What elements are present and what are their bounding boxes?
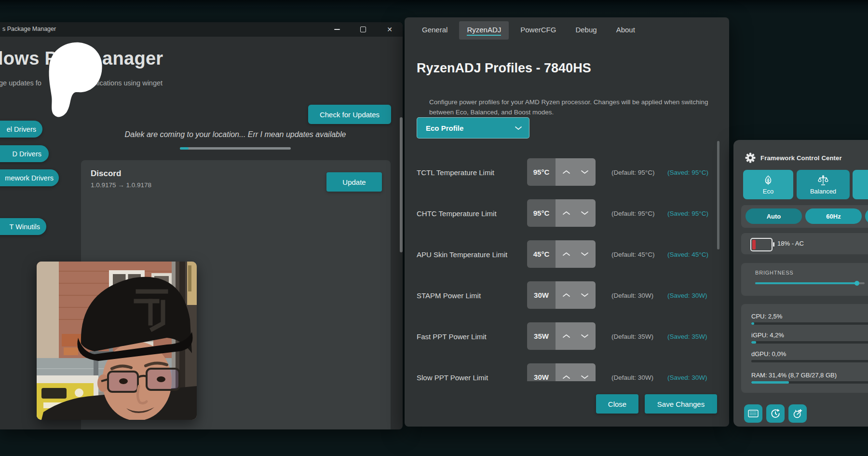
param-default: (Default: 95°C) bbox=[611, 168, 654, 176]
mode-button-eco[interactable]: Eco bbox=[743, 170, 793, 199]
tab-general[interactable]: General bbox=[414, 21, 455, 40]
pill-label: mework Drivers bbox=[5, 174, 54, 182]
keyboard-icon bbox=[748, 410, 759, 417]
spinner-up-button[interactable] bbox=[561, 206, 572, 221]
tab-about[interactable]: About bbox=[609, 21, 643, 40]
profile-dropdown[interactable]: Eco Profile bbox=[417, 117, 529, 138]
close-button[interactable]: ✕ bbox=[379, 22, 401, 37]
tab-label: PowerCFG bbox=[520, 26, 556, 36]
mode-button-balanced[interactable]: Balanced bbox=[797, 170, 850, 199]
spinner-up-button[interactable] bbox=[561, 329, 572, 344]
mode-label: Balanced bbox=[810, 188, 836, 195]
param-label: Fast PPT Power Limit bbox=[417, 332, 487, 340]
performance-tool-button[interactable] bbox=[788, 404, 807, 423]
tab-label: RyzenADJ bbox=[467, 26, 501, 36]
refresh-rate-auto-button[interactable]: Auto bbox=[746, 208, 802, 224]
param-label: TCTL Temperature Limit bbox=[417, 168, 494, 176]
dgpu-stat-bar bbox=[751, 360, 868, 362]
refresh-history-tool-button[interactable] bbox=[766, 404, 785, 423]
param-label: Slow PPT Power Limit bbox=[417, 373, 488, 381]
igpu-stat-fill bbox=[751, 341, 756, 344]
spinner-down-button[interactable] bbox=[580, 329, 590, 344]
ryzenadj-scrollbar[interactable] bbox=[717, 141, 719, 249]
igpu-stat-label: iGPU: 4,2% bbox=[751, 332, 784, 339]
sidebar-button-winutils[interactable]: T Winutils bbox=[0, 218, 46, 235]
refresh-rate-group: Auto 60Hz bbox=[741, 205, 868, 228]
param-default: (Default: 30W) bbox=[611, 291, 653, 299]
package-name: Discord bbox=[91, 169, 121, 179]
tab-powercfg[interactable]: PowerCFG bbox=[513, 21, 564, 40]
spinner-value[interactable]: 30W bbox=[527, 281, 556, 309]
brightness-slider[interactable] bbox=[755, 282, 865, 284]
spinner-up-button[interactable] bbox=[561, 288, 572, 303]
leaf-icon bbox=[762, 175, 774, 186]
webcam-photo bbox=[37, 262, 197, 420]
spinner-down-button[interactable] bbox=[580, 288, 590, 303]
battery-text: 18% - AC bbox=[777, 240, 804, 247]
param-row-slow-ppt: Slow PPT Power Limit 30W (Default: 30W) … bbox=[405, 363, 718, 381]
mode-button-partial[interactable] bbox=[853, 170, 868, 199]
package-manager-scrollbar[interactable] bbox=[400, 117, 403, 252]
param-row-tctl: TCTL Temperature Limit 95°C (Default: 95… bbox=[405, 158, 718, 186]
spinner-down-button[interactable] bbox=[580, 206, 590, 221]
battery-nub bbox=[773, 242, 774, 247]
spinner-up-button[interactable] bbox=[561, 370, 572, 382]
tab-debug[interactable]: Debug bbox=[568, 21, 604, 40]
update-status-text: Dalek are coming to your location... Err… bbox=[115, 130, 356, 139]
cpu-stat-fill bbox=[751, 322, 754, 325]
param-default: (Default: 30W) bbox=[611, 373, 653, 381]
check-for-updates-button[interactable]: Check for Updates bbox=[308, 105, 391, 124]
param-saved: (Saved: 30W) bbox=[667, 291, 707, 299]
maximize-icon bbox=[360, 27, 366, 32]
param-saved: (Saved: 95°C) bbox=[667, 168, 708, 176]
save-changes-button[interactable]: Save Changes bbox=[645, 394, 717, 414]
desktop: s Package Manager ✕ lows P anager ge upd… bbox=[0, 0, 868, 456]
spinner-up-button[interactable] bbox=[561, 165, 572, 180]
close-icon: ✕ bbox=[387, 26, 393, 33]
page-description: Configure power profiles for your AMD Ry… bbox=[429, 97, 709, 118]
pill-label: D Drivers bbox=[13, 150, 41, 158]
minimize-button[interactable] bbox=[326, 22, 348, 37]
spinner-value[interactable]: 30W bbox=[527, 363, 556, 381]
param-row-chtc: CHTC Temperature Limit 95°C (Default: 95… bbox=[405, 199, 718, 227]
refresh-rate-60hz-button[interactable]: 60Hz bbox=[805, 208, 862, 224]
param-row-apu-skin: APU Skin Temperature Limit 45°C (Default… bbox=[405, 240, 718, 268]
tab-label: General bbox=[422, 26, 448, 36]
battery-icon bbox=[750, 238, 773, 251]
stapm-spinner: 30W bbox=[527, 281, 596, 309]
brightness-slider-thumb[interactable] bbox=[854, 281, 859, 286]
update-button[interactable]: Update bbox=[326, 172, 382, 192]
spinner-value[interactable]: 35W bbox=[527, 322, 556, 350]
maximize-button[interactable] bbox=[352, 22, 374, 37]
param-saved: (Saved: 45°C) bbox=[667, 250, 708, 258]
close-dialog-button[interactable]: Close bbox=[596, 394, 638, 414]
spinner-value[interactable]: 95°C bbox=[527, 158, 556, 186]
pill-label: 60Hz bbox=[826, 213, 841, 220]
package-manager-titlebar[interactable]: s Package Manager ✕ bbox=[0, 22, 403, 37]
param-saved: (Saved: 30W) bbox=[667, 373, 707, 381]
spinner-value[interactable]: 45°C bbox=[527, 240, 556, 268]
page-title: RyzenADJ Profiles - 7840HS bbox=[417, 61, 591, 76]
spinner-value[interactable]: 95°C bbox=[527, 199, 556, 227]
pill-label: T Winutils bbox=[10, 223, 40, 231]
battery-fill bbox=[752, 240, 756, 249]
panel-title: Framework Control Center bbox=[760, 154, 842, 162]
tab-ryzenadj[interactable]: RyzenADJ bbox=[459, 21, 509, 40]
sidebar-button-intel-drivers[interactable]: el Drivers bbox=[0, 121, 42, 138]
spinner-down-button[interactable] bbox=[580, 165, 590, 180]
keyboard-tool-button[interactable] bbox=[744, 404, 762, 423]
system-stats-card: CPU: 2,5% iGPU: 4,2% dGPU: 0,0% RAM: 31,… bbox=[741, 304, 868, 393]
fast-ppt-spinner: 35W bbox=[527, 322, 596, 350]
sidebar-button-amd-drivers[interactable]: D Drivers bbox=[0, 145, 49, 162]
window-title: s Package Manager bbox=[2, 26, 56, 32]
tctl-spinner: 95°C bbox=[527, 158, 596, 186]
cpu-stat-label: CPU: 2,5% bbox=[751, 313, 782, 320]
ram-stat-fill bbox=[751, 381, 789, 384]
spinner-up-button[interactable] bbox=[561, 247, 572, 262]
battery-status: 18% - AC bbox=[741, 233, 868, 254]
spinner-down-button[interactable] bbox=[580, 370, 590, 382]
profile-dropdown-value: Eco Profile bbox=[426, 124, 515, 132]
refresh-rate-partial-button[interactable] bbox=[865, 208, 868, 224]
spinner-down-button[interactable] bbox=[580, 247, 590, 262]
sidebar-button-framework-drivers[interactable]: mework Drivers bbox=[0, 169, 59, 186]
